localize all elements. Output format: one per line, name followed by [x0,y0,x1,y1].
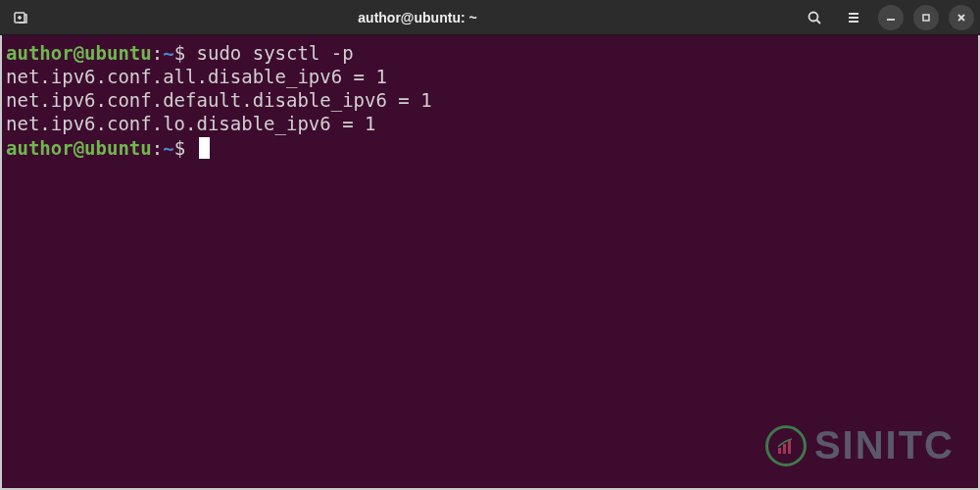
svg-rect-2 [923,15,929,21]
prompt-line: author@ubuntu:~$ sudo sysctl -p [6,41,974,65]
close-button[interactable] [949,5,974,30]
prompt-user-host: author@ubuntu [6,137,152,159]
prompt-user-host: author@ubuntu [6,42,152,64]
prompt-path: ~ [163,137,173,159]
svg-point-1 [809,12,818,21]
prompt-colon: : [152,137,163,159]
window-titlebar: author@ubuntu: ~ [0,0,980,35]
output-line: net.ipv6.conf.lo.disable_ipv6 = 1 [6,112,974,135]
window-title: author@ubuntu: ~ [35,10,800,25]
watermark: SINITC [765,420,955,470]
minimize-button[interactable] [878,5,904,30]
prompt-path: ~ [163,42,173,64]
command-text: sudo sysctl -p [197,42,354,64]
svg-rect-5 [788,440,791,454]
prompt-line: author@ubuntu:~$ [6,136,974,160]
new-tab-button[interactable] [6,3,35,32]
svg-rect-4 [783,444,786,454]
prompt-dollar: $ [174,42,185,64]
svg-rect-3 [778,448,781,454]
terminal-output-area[interactable]: author@ubuntu:~$ sudo sysctl -p net.ipv6… [0,35,980,490]
cursor-icon [199,137,210,159]
maximize-button[interactable] [913,5,939,30]
output-line: net.ipv6.conf.default.disable_ipv6 = 1 [6,88,974,112]
titlebar-left-group [6,3,35,32]
watermark-logo-icon [765,425,807,466]
search-button[interactable] [800,3,829,32]
titlebar-right-group [800,3,974,32]
hamburger-menu-button[interactable] [839,3,868,32]
prompt-colon: : [152,42,163,64]
watermark-text: SINITC [814,420,955,470]
output-line: net.ipv6.conf.all.disable_ipv6 = 1 [6,65,974,88]
prompt-dollar: $ [174,137,185,159]
